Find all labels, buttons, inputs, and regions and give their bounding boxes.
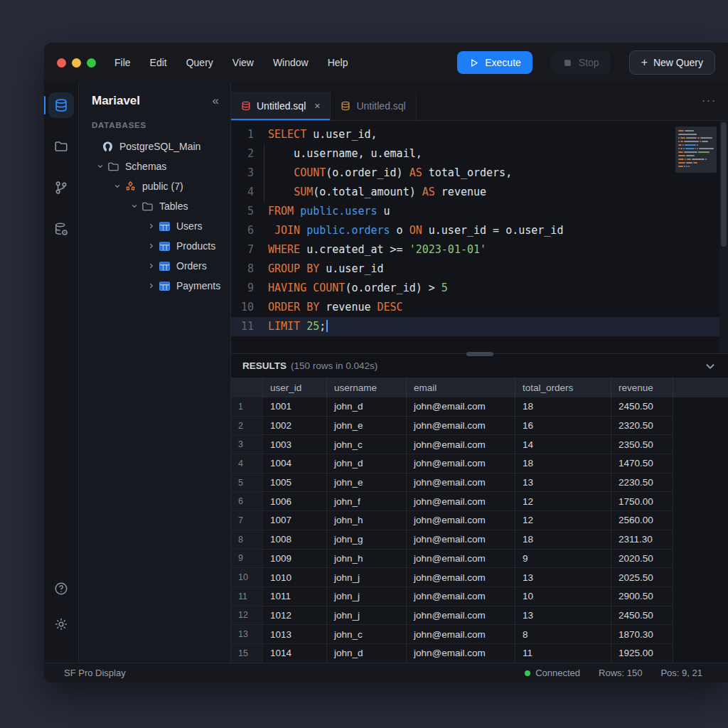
chevron-right-icon[interactable]	[146, 242, 157, 250]
cell-email[interactable]: john@email.com	[407, 511, 515, 530]
cell-total_orders[interactable]: 12	[515, 492, 611, 511]
chevron-down-icon[interactable]	[95, 163, 106, 170]
cell-revenue[interactable]: 1750.00	[611, 492, 673, 511]
rail-help-button[interactable]	[48, 576, 74, 601]
cell-user_id[interactable]: 1001	[263, 397, 327, 417]
code-line-8[interactable]: 8GROUP BY u.user_id	[231, 259, 728, 279]
rail-settings-button[interactable]	[48, 611, 74, 637]
cell-username[interactable]: john_j	[327, 568, 407, 587]
cell-user_id[interactable]: 1012	[263, 606, 327, 626]
table-row[interactable]: 21002john_ejohn@email.com162320.50	[231, 417, 728, 436]
cell-email[interactable]: john@email.com	[407, 473, 515, 493]
tree-item-users[interactable]: Users	[87, 216, 222, 236]
cell-email[interactable]: john@email.com	[407, 625, 515, 644]
cell-revenue[interactable]: 2560.00	[611, 511, 673, 530]
cell-total_orders[interactable]: 11	[515, 644, 611, 663]
tab-1-active[interactable]: Untitled.sql×	[231, 92, 331, 120]
code-line-11[interactable]: 11LIMIT 25;	[231, 317, 728, 336]
table-row[interactable]: 51005john_ejohn@email.com132230.50	[231, 473, 728, 493]
cell-revenue[interactable]: 2020.50	[611, 550, 673, 569]
code-line-1[interactable]: 1SELECT u.user_id,	[231, 125, 728, 144]
cell-revenue[interactable]: 2311.30	[611, 530, 673, 550]
cell-revenue[interactable]: 1870.30	[611, 625, 673, 644]
minimize-window-button[interactable]	[72, 58, 81, 68]
editor-scrollbar-thumb[interactable]	[721, 122, 727, 247]
cell-total_orders[interactable]: 18	[515, 454, 611, 473]
code-line-6[interactable]: 6 JOIN public.orders o ON u.user_id = o.…	[231, 221, 728, 240]
table-row[interactable]: 41004john_djohn@email.com181470.50	[231, 454, 728, 473]
table-row[interactable]: 71007john_hjohn@email.com122560.00	[231, 511, 728, 530]
close-tab-icon[interactable]: ×	[314, 100, 320, 112]
cell-email[interactable]: john@email.com	[407, 587, 515, 606]
panel-resize-handle[interactable]	[466, 352, 493, 356]
cell-username[interactable]: john_f	[327, 492, 407, 511]
cell-user_id[interactable]: 1013	[263, 625, 327, 644]
editor-scrollbar[interactable]	[719, 121, 728, 353]
sql-editor[interactable]: 1SELECT u.user_id,2 u.username, u.email,…	[231, 121, 728, 353]
cell-total_orders[interactable]: 18	[515, 397, 611, 417]
cell-email[interactable]: john@email.com	[407, 644, 515, 663]
cell-username[interactable]: john_d	[327, 397, 407, 417]
cell-email[interactable]: john@email.com	[407, 530, 515, 550]
column-header-email[interactable]: email	[407, 378, 515, 397]
table-row[interactable]: 61006john_fjohn@email.com121750.00	[231, 492, 728, 511]
cell-username[interactable]: john_d	[327, 644, 407, 663]
cell-revenue[interactable]: 1925.00	[611, 644, 673, 663]
cell-username[interactable]: john_h	[327, 550, 407, 569]
table-row[interactable]: 151014john_djohn@email.com111925.00	[231, 644, 728, 663]
collapse-sidebar-icon[interactable]: «	[213, 94, 219, 108]
chevron-down-icon[interactable]	[704, 360, 717, 373]
rail-files-button[interactable]	[48, 134, 74, 159]
code-line-10[interactable]: 10ORDER BY revenue DESC	[231, 298, 728, 317]
menu-item-edit[interactable]: Edit	[150, 57, 167, 68]
tree-item-schemas[interactable]: Schemas	[87, 156, 222, 176]
column-header-revenue[interactable]: revenue	[611, 378, 673, 397]
code-line-3[interactable]: 3 COUNT(o.order_id) AS total_orders,	[231, 164, 728, 183]
cell-user_id[interactable]: 1005	[263, 473, 327, 493]
cell-email[interactable]: john@email.com	[407, 492, 515, 511]
cell-username[interactable]: john_c	[327, 625, 407, 644]
cell-user_id[interactable]: 1011	[263, 587, 327, 606]
cell-revenue[interactable]: 2025.50	[611, 568, 673, 587]
table-row[interactable]: 31003john_cjohn@email.com142350.50	[231, 435, 728, 454]
cell-username[interactable]: john_g	[327, 530, 407, 550]
tab-overflow-icon[interactable]: ···	[702, 94, 717, 106]
tree-item-public-7[interactable]: public (7)	[87, 176, 222, 196]
cell-total_orders[interactable]: 13	[515, 606, 611, 626]
cell-revenue[interactable]: 2230.50	[611, 473, 673, 493]
tree-item-orders[interactable]: Orders	[87, 256, 222, 276]
table-row[interactable]: 131013john_cjohn@email.com81870.30	[231, 625, 728, 644]
table-row[interactable]: 101010john_jjohn@email.com132025.50	[231, 568, 728, 587]
cell-username[interactable]: john_j	[327, 606, 407, 626]
cell-revenue[interactable]: 2350.50	[611, 435, 673, 454]
table-row[interactable]: 91009john_hjohn@email.com92020.50	[231, 550, 728, 569]
cell-revenue[interactable]: 1470.50	[611, 454, 673, 473]
cell-user_id[interactable]: 1008	[263, 530, 327, 550]
code-line-5[interactable]: 5FROM public.users u	[231, 202, 728, 221]
cell-user_id[interactable]: 1003	[263, 435, 327, 454]
cell-total_orders[interactable]: 10	[515, 587, 611, 606]
cell-revenue[interactable]: 2450.50	[611, 397, 673, 417]
stop-button[interactable]: Stop	[551, 51, 611, 74]
cell-total_orders[interactable]: 18	[515, 530, 611, 550]
cell-username[interactable]: john_j	[327, 587, 407, 606]
execute-button[interactable]: Execute	[457, 51, 532, 74]
chevron-right-icon[interactable]	[146, 262, 157, 269]
chevron-down-icon[interactable]	[129, 203, 140, 210]
cell-total_orders[interactable]: 9	[515, 550, 611, 569]
menu-item-help[interactable]: Help	[328, 57, 348, 68]
cell-user_id[interactable]: 1006	[263, 492, 327, 511]
cell-email[interactable]: john@email.com	[407, 417, 515, 436]
rail-connections-button[interactable]	[48, 175, 74, 200]
table-row[interactable]: 11001john_djohn@email.com182450.50	[231, 397, 728, 417]
cell-total_orders[interactable]: 13	[515, 473, 611, 493]
cell-email[interactable]: john@email.com	[407, 606, 515, 626]
menu-item-window[interactable]: Window	[273, 57, 309, 68]
code-line-4[interactable]: 4 SUM(o.total_amount) AS revenue	[231, 183, 728, 202]
cell-user_id[interactable]: 1010	[263, 568, 327, 587]
cell-total_orders[interactable]: 14	[515, 435, 611, 454]
cell-user_id[interactable]: 1007	[263, 511, 327, 530]
menu-item-view[interactable]: View	[232, 57, 254, 68]
cell-revenue[interactable]: 2450.50	[611, 606, 673, 626]
cell-total_orders[interactable]: 16	[515, 417, 611, 436]
